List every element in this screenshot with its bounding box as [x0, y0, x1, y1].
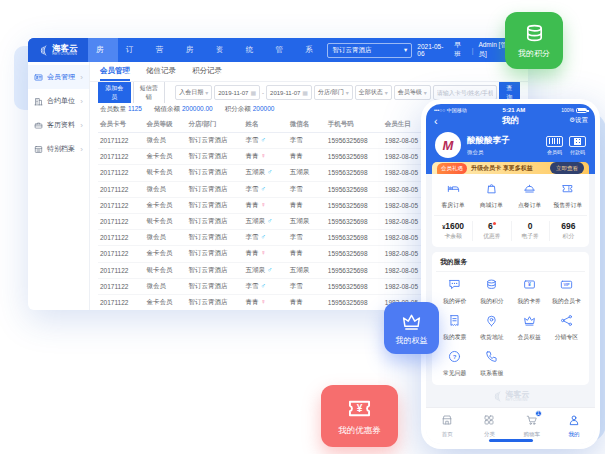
rights-feature-badge[interactable]: 我的权益	[384, 302, 439, 354]
menu-item[interactable]: 房态	[88, 38, 118, 62]
sidebar-item[interactable]: 会员管理 ›	[28, 65, 89, 89]
sidebar-item[interactable]: 客历资料 ›	[28, 113, 89, 137]
settings-button[interactable]: ⚙设置	[569, 116, 588, 125]
menu-item[interactable]: 系统	[298, 38, 328, 62]
order-entry[interactable]: 预售券订单	[549, 181, 587, 210]
crown-icon	[401, 311, 422, 332]
cell-card-no: 20171122	[98, 278, 144, 294]
cell-phone: 15956325698	[326, 213, 383, 229]
cell-wechat: 五湖泉	[288, 262, 326, 278]
branch-filter-select[interactable]: 分店/部门 ▾	[314, 85, 353, 100]
account-stat[interactable]: 696 积分	[549, 221, 587, 241]
review-icon	[448, 278, 461, 291]
coupon-feature-badge[interactable]: 我的优惠券	[321, 385, 398, 447]
tab-bar-item[interactable]: 分类	[468, 412, 510, 438]
service-entry[interactable]: 我的发票	[436, 313, 473, 342]
ticket-icon	[346, 395, 373, 422]
search-input[interactable]	[433, 85, 497, 100]
back-icon[interactable]: ‹	[434, 116, 438, 126]
store-select[interactable]: 智订云霄酒店 ▾	[327, 43, 412, 58]
service-entry[interactable]: 联系客服	[473, 349, 510, 378]
cell-name: 青青 ♀	[244, 246, 288, 262]
tab-bar-item[interactable]: 首页	[426, 412, 468, 438]
cell-name: 五湖泉 ♂	[244, 213, 288, 229]
menu-item[interactable]: 订单	[118, 38, 148, 62]
cell-phone: 15956325698	[326, 165, 383, 181]
service-entry[interactable]: 我的卡券	[511, 277, 548, 306]
account-stat[interactable]: 0 电子券	[511, 221, 549, 241]
cell-phone: 15956325698	[326, 181, 383, 197]
mobile-navbar: ‹ 我的 ⚙设置	[426, 113, 595, 128]
sidebar-item[interactable]: 特别档案 ›	[28, 137, 89, 161]
service-entry[interactable]: 我的评价	[436, 277, 473, 306]
tab-bar-item[interactable]: 我的	[553, 412, 595, 438]
order-entry[interactable]: 点餐订单	[511, 181, 549, 210]
order-entry[interactable]: 商城订单	[472, 181, 510, 210]
chevron-down-icon: ▾	[424, 89, 427, 96]
sidebar-item[interactable]: 合约单位 ›	[28, 89, 89, 113]
date-from-picker[interactable]: 2019-11-07 ▦	[214, 85, 260, 100]
services-card: 我的服务 我的评价 我的积分	[432, 252, 589, 385]
cell-phone: 15956325698	[326, 278, 383, 294]
cell-name: 李雪 ♂	[244, 278, 288, 294]
banner-cta-button[interactable]: 立即查看	[550, 162, 584, 174]
faq-icon	[448, 350, 461, 363]
account-stat[interactable]: ¥1600 卡余额	[434, 221, 472, 241]
avatar[interactable]: M	[435, 132, 461, 158]
phone-mockup: •••○○ 中国移动 5:21 AM 100% ‹ 我的 ⚙设置 M 酸酸酸李子	[421, 99, 600, 449]
page-title: 我的	[502, 115, 519, 127]
stat-value: 200000	[253, 105, 275, 112]
cell-level: 微会员	[144, 133, 186, 149]
cell-wechat: 青青	[288, 149, 326, 165]
service-entry[interactable]: 我的积分	[473, 277, 510, 306]
points-feature-badge[interactable]: 我的积分	[505, 12, 563, 69]
cell-phone: 15956325698	[326, 262, 383, 278]
stat-value: 200000.00	[182, 105, 213, 112]
cell-card-no: 20171122	[98, 262, 144, 278]
cell-level: 微会员	[144, 230, 186, 246]
menu-item[interactable]: 房务	[178, 38, 208, 62]
service-entry[interactable]: 常见问题	[436, 349, 473, 378]
tab-bar-item[interactable]: 1 购物车	[511, 412, 553, 438]
member-code-button[interactable]: 会员码	[546, 136, 563, 155]
brand-watermark: 海客云 HEYCOMINN	[426, 385, 595, 407]
logo-wing-icon	[492, 391, 503, 402]
status-filter-select[interactable]: 全部状态 ▾	[355, 85, 392, 100]
barcode-icon	[549, 138, 560, 144]
service-entry[interactable]: 收货地址	[473, 313, 510, 342]
date-to-picker[interactable]: 2019-11-07 ▦	[266, 85, 312, 100]
gender-icon: ♂	[260, 282, 265, 289]
cell-level: 银卡会员	[144, 165, 186, 181]
menu-item[interactable]: 管理	[268, 38, 298, 62]
pay-code-button[interactable]: 付款码	[569, 136, 586, 155]
menu-item[interactable]: 资产	[208, 38, 238, 62]
chevron-right-icon: ›	[80, 97, 83, 106]
column-header: 手机号码	[326, 117, 383, 133]
cell-level: 金卡会员	[144, 149, 186, 165]
join-date-select[interactable]: 入会日期 ▾	[175, 85, 212, 100]
cell-branch: 智订云霄酒店	[187, 197, 244, 213]
category-icon	[483, 414, 495, 426]
level-filter-select[interactable]: 会员等级 ▾	[394, 85, 431, 100]
cell-wechat: 李雪	[288, 181, 326, 197]
account-stat[interactable]: 6 优惠券	[472, 221, 510, 241]
menu-item[interactable]: 营销	[148, 38, 178, 62]
gender-icon: ♀	[260, 249, 265, 256]
battery-icon	[576, 108, 587, 113]
chevron-down-icon: ▾	[385, 89, 388, 96]
service-entry[interactable]: 我的会员卡	[548, 277, 585, 306]
marketing-composite: 海客云 HEYCOMINN 房态 订单 营销 房务 资产 统计	[0, 0, 605, 454]
menu-item[interactable]: 统计	[238, 38, 268, 62]
cell-branch: 智订云霄酒店	[187, 278, 244, 294]
invoice-icon	[448, 314, 461, 327]
service-entry[interactable]: 分销专区	[548, 313, 585, 342]
service-entry[interactable]: 会员权益	[511, 313, 548, 342]
vip-card-icon	[560, 278, 573, 291]
chevron-down-icon: ▾	[346, 89, 349, 96]
cell-phone: 15956325698	[326, 149, 383, 165]
order-entry[interactable]: 客房订单	[434, 181, 472, 210]
cell-wechat: 青青	[288, 197, 326, 213]
app-logo[interactable]: 海客云 HEYCOMINN	[28, 38, 88, 62]
status-bar: •••○○ 中国移动 5:21 AM 100%	[426, 104, 595, 113]
cell-level: 银卡会员	[144, 262, 186, 278]
